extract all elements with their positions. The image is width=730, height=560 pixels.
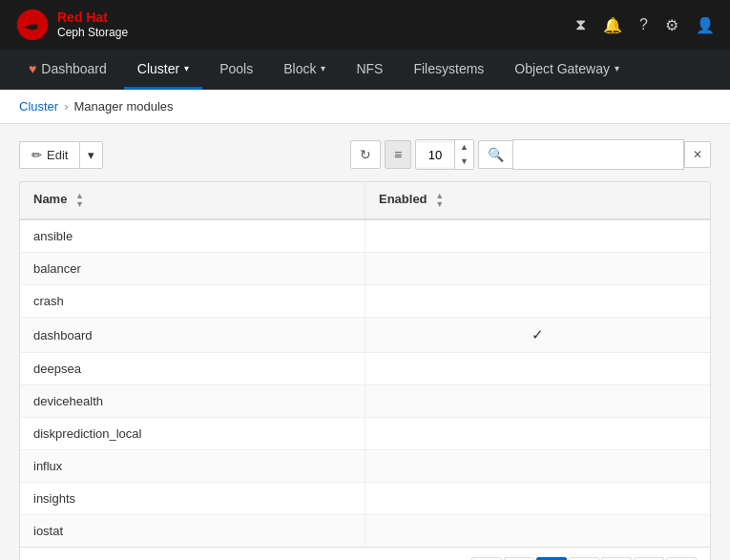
edit-dropdown-button[interactable]: ▾: [79, 141, 103, 169]
row-enabled-cell: [365, 483, 711, 515]
redhat-logo: [15, 8, 50, 42]
block-dropdown-arrow: ▾: [321, 63, 325, 73]
row-enabled-cell: ✓: [365, 318, 711, 353]
breadcrumb-cluster[interactable]: Cluster: [19, 99, 58, 114]
enabled-sort-icon: ▲ ▼: [435, 192, 444, 209]
row-name-cell: insights: [20, 483, 365, 515]
list-view-button[interactable]: ≡: [385, 140, 411, 169]
user-icon[interactable]: 👤: [696, 16, 715, 34]
edit-caret-icon: ▾: [88, 148, 94, 162]
row-enabled-cell: [365, 450, 711, 483]
table-row[interactable]: devicehealth: [20, 385, 710, 418]
col-enabled[interactable]: Enabled ▲ ▼: [365, 182, 711, 219]
refresh-button[interactable]: ↻: [350, 140, 381, 169]
brand-text: Red Hat Ceph Storage: [57, 9, 128, 41]
table-row[interactable]: insights: [20, 483, 710, 515]
enabled-checkmark: ✓: [532, 326, 544, 342]
menu-item-nfs[interactable]: NFS: [343, 50, 396, 90]
row-enabled-cell: [365, 353, 711, 385]
per-page-arrows: ▲ ▼: [454, 140, 473, 168]
menu-item-cluster[interactable]: Cluster ▾: [124, 50, 202, 90]
help-icon[interactable]: ?: [639, 16, 648, 33]
table-row[interactable]: dashboard✓: [20, 318, 710, 353]
top-navbar: Red Hat Ceph Storage ⧗ 🔔 ? ⚙ 👤: [0, 0, 730, 50]
menu-item-filesystems[interactable]: Filesystems: [400, 50, 497, 90]
per-page-down-arrow[interactable]: ▼: [455, 155, 473, 169]
table-row[interactable]: influx: [20, 450, 710, 483]
table-row[interactable]: iostat: [20, 515, 710, 548]
table-row[interactable]: deepsea: [20, 353, 710, 385]
per-page-input[interactable]: 10: [416, 143, 454, 167]
bell-icon[interactable]: 🔔: [603, 16, 622, 34]
modules-table-element: Name ▲ ▼ Enabled ▲ ▼: [20, 182, 710, 547]
menu-item-object-gateway[interactable]: Object Gateway ▾: [501, 50, 633, 90]
top-menu: ♥ Dashboard Cluster ▾ Pools Block ▾ NFS …: [0, 50, 730, 90]
row-enabled-cell: [365, 515, 711, 548]
cluster-dropdown-arrow: ▾: [184, 63, 189, 73]
breadcrumb-separator: ›: [64, 99, 68, 114]
edit-pencil-icon: ✏: [31, 148, 42, 162]
name-sort-icon: ▲ ▼: [75, 192, 84, 209]
row-name-cell: dashboard: [20, 318, 365, 353]
breadcrumb-current: Manager modules: [74, 99, 174, 114]
row-name-cell: balancer: [20, 253, 365, 285]
search-group: 🔍 ✕: [478, 139, 711, 170]
dashboard-icon: ♥: [29, 61, 36, 76]
table-row[interactable]: balancer: [20, 253, 710, 285]
row-name-cell: deepsea: [20, 353, 365, 385]
row-enabled-cell: [365, 385, 711, 418]
manager-modules-table: Name ▲ ▼ Enabled ▲ ▼: [19, 181, 711, 560]
table-row[interactable]: crash: [20, 285, 710, 318]
per-page-control: 10 ▲ ▼: [415, 139, 474, 169]
table-row[interactable]: diskprediction_local: [20, 418, 710, 450]
table-footer: 0 selected / 23 total « ‹ 1 2 3 › »: [20, 547, 710, 560]
row-enabled-cell: [365, 418, 711, 450]
search-button[interactable]: 🔍: [478, 140, 512, 169]
row-enabled-cell: [365, 253, 711, 285]
edit-btn-group: ✏ Edit ▾: [19, 141, 103, 169]
row-name-cell: diskprediction_local: [20, 418, 365, 450]
col-name[interactable]: Name ▲ ▼: [20, 182, 365, 219]
row-name-cell: crash: [20, 285, 365, 318]
navbar-icons: ⧗ 🔔 ? ⚙ 👤: [575, 16, 715, 34]
menu-item-dashboard[interactable]: ♥ Dashboard: [15, 50, 120, 90]
row-name-cell: ansible: [20, 219, 365, 253]
per-page-up-arrow[interactable]: ▲: [455, 140, 473, 155]
row-enabled-cell: [365, 219, 711, 253]
clear-search-button[interactable]: ✕: [684, 141, 711, 168]
main-content: ✏ Edit ▾ ↻ ≡ 10 ▲ ▼ 🔍 ✕: [0, 124, 730, 560]
row-name-cell: iostat: [20, 515, 365, 548]
row-name-cell: influx: [20, 450, 365, 483]
breadcrumb: Cluster › Manager modules: [0, 90, 730, 124]
task-icon[interactable]: ⧗: [575, 16, 586, 33]
settings-icon[interactable]: ⚙: [665, 16, 678, 34]
table-header: Name ▲ ▼ Enabled ▲ ▼: [20, 182, 710, 219]
object-gateway-dropdown-arrow: ▾: [615, 63, 619, 73]
row-name-cell: devicehealth: [20, 385, 365, 418]
menu-item-block[interactable]: Block ▾: [270, 50, 339, 90]
table-body: ansiblebalancercrashdashboard✓deepseadev…: [20, 219, 710, 547]
row-enabled-cell: [365, 285, 711, 318]
search-input[interactable]: [512, 139, 684, 170]
brand: Red Hat Ceph Storage: [15, 8, 128, 42]
toolbar: ✏ Edit ▾ ↻ ≡ 10 ▲ ▼ 🔍 ✕: [19, 139, 711, 170]
menu-item-pools[interactable]: Pools: [206, 50, 266, 90]
table-row[interactable]: ansible: [20, 219, 710, 253]
edit-button[interactable]: ✏ Edit: [19, 141, 79, 169]
